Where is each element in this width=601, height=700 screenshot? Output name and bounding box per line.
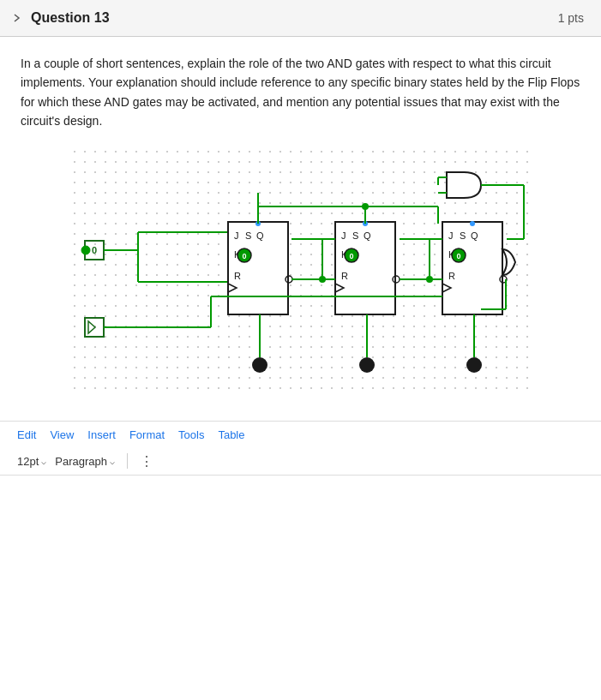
more-options-button[interactable]: ⋮ bbox=[140, 453, 155, 470]
svg-text:0: 0 bbox=[91, 245, 96, 255]
svg-text:R: R bbox=[341, 271, 348, 281]
editor-format-bar: 12pt ⌵ Paragraph ⌵ ⋮ bbox=[0, 448, 601, 476]
page-container: Question 13 1 pts In a couple of short s… bbox=[0, 0, 601, 700]
font-size-value: 12pt bbox=[17, 455, 39, 468]
svg-point-52 bbox=[470, 221, 475, 226]
svg-point-25 bbox=[252, 357, 267, 373]
question-body: In a couple of short sentences, explain … bbox=[0, 37, 601, 421]
menu-tools[interactable]: Tools bbox=[178, 427, 204, 443]
chevron-right-icon bbox=[9, 10, 24, 26]
paragraph-value: Paragraph bbox=[55, 455, 107, 468]
points-label: 1 pts bbox=[558, 11, 584, 25]
question-header-left: Question 13 bbox=[9, 10, 110, 26]
svg-point-72 bbox=[362, 203, 369, 210]
svg-text:J: J bbox=[341, 230, 346, 241]
svg-text:S: S bbox=[352, 230, 358, 241]
svg-text:R: R bbox=[234, 271, 241, 281]
menu-view[interactable]: View bbox=[50, 427, 74, 443]
svg-text:R: R bbox=[448, 271, 455, 281]
menu-table[interactable]: Table bbox=[218, 427, 244, 443]
question-header: Question 13 1 pts bbox=[0, 0, 601, 37]
circuit-area: 0 J S bbox=[69, 147, 532, 395]
svg-text:0: 0 bbox=[456, 252, 460, 260]
editor-toolbar: Edit View Insert Format Tools Table bbox=[0, 421, 601, 448]
svg-text:S: S bbox=[245, 230, 251, 241]
paragraph-select[interactable]: Paragraph ⌵ bbox=[55, 455, 115, 468]
question-text: In a couple of short sentences, explain … bbox=[21, 54, 580, 131]
svg-text:Q: Q bbox=[364, 230, 371, 241]
question-title: Question 13 bbox=[31, 10, 110, 26]
svg-text:0: 0 bbox=[242, 252, 246, 260]
svg-text:0: 0 bbox=[349, 252, 353, 260]
menu-edit[interactable]: Edit bbox=[17, 427, 36, 443]
menu-insert[interactable]: Insert bbox=[87, 427, 116, 443]
font-size-select[interactable]: 12pt ⌵ bbox=[17, 455, 46, 468]
svg-text:J: J bbox=[234, 230, 239, 241]
svg-text:Q: Q bbox=[471, 230, 478, 241]
svg-text:Q: Q bbox=[256, 230, 264, 241]
paragraph-chevron: ⌵ bbox=[110, 457, 115, 466]
svg-text:S: S bbox=[460, 230, 466, 241]
svg-point-53 bbox=[466, 357, 482, 373]
svg-point-37 bbox=[359, 357, 375, 373]
svg-point-2 bbox=[81, 246, 90, 254]
svg-text:J: J bbox=[448, 230, 454, 241]
format-bar-divider bbox=[127, 453, 128, 469]
circuit-container: 0 J S bbox=[21, 147, 580, 395]
editor-content-area[interactable] bbox=[0, 476, 601, 527]
font-size-chevron: ⌵ bbox=[41, 457, 46, 466]
menu-format[interactable]: Format bbox=[129, 427, 165, 443]
